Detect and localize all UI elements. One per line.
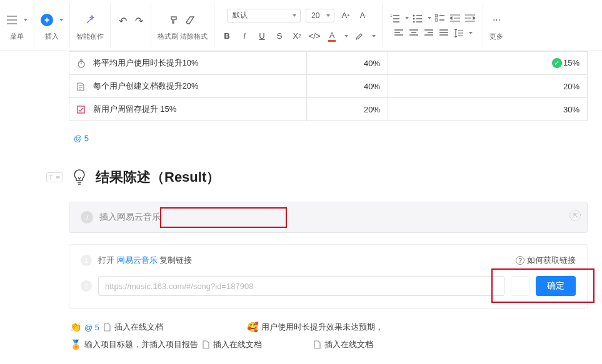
- toolbar-group-para: 1: [383, 2, 483, 47]
- lightbulb-icon: [72, 169, 87, 186]
- group-label: 智能创作: [76, 32, 104, 41]
- superscript-icon[interactable]: X2: [291, 31, 303, 42]
- toolbar-group-font: 默认 20 A+ A- B I U S X2 </> A: [214, 2, 383, 47]
- svg-rect-5: [435, 19, 438, 21]
- font-size-select[interactable]: 20: [306, 9, 334, 22]
- bullet-list-icon[interactable]: [411, 12, 424, 24]
- clap-icon: 👏: [70, 322, 82, 333]
- metric-val2[interactable]: 30%: [388, 98, 588, 121]
- help-link[interactable]: ? 如何获取链接: [516, 255, 576, 266]
- font-increase-icon[interactable]: A+: [339, 10, 352, 21]
- toolbar-group-format: 格式刷 清除格式: [151, 2, 214, 47]
- svg-point-3: [413, 21, 415, 23]
- open-text: 打开 网易云音乐 复制链接: [98, 255, 192, 266]
- insert-link-panel: 1 打开 网易云音乐 复制链接 ? 如何获取链接 2 https://music…: [69, 244, 588, 309]
- table-row: 将平均用户使用时长提升10% 40% ✓15%: [69, 52, 588, 75]
- toolbar-group-menu: 菜单: [0, 2, 34, 47]
- svg-text:1: 1: [390, 14, 393, 17]
- document-area: 将平均用户使用时长提升10% 40% ✓15% 每个用户创建文档数提升20% 4…: [0, 51, 602, 352]
- annotation-rect: [491, 268, 594, 303]
- doc-icon: [102, 322, 112, 332]
- annotation-rect: [160, 207, 287, 228]
- metric-val1[interactable]: 20%: [307, 98, 388, 121]
- align-justify-icon[interactable]: [438, 27, 450, 39]
- doc-icon: [77, 82, 87, 91]
- metric-name: 将平均用户使用时长提升10%: [93, 58, 199, 67]
- doc-icon: [201, 340, 211, 350]
- toolbar-group-ai: 智能创作: [70, 2, 111, 47]
- metric-val2: 15%: [563, 58, 579, 67]
- top-toolbar: 菜单 + 插入 智能创作 ↶ ↷ 格式刷 清除格式: [0, 0, 602, 51]
- checklist-icon[interactable]: [434, 12, 446, 24]
- align-center-icon[interactable]: [408, 27, 420, 39]
- suggestion-item[interactable]: 🥰 用户使用时长提升效果未达预期，: [246, 320, 384, 334]
- suggestion-bar: 👏 @ 5 插入在线文档 🥰 用户使用时长提升效果未达预期， 🏅 输入项目标题，…: [69, 320, 588, 352]
- svg-rect-7: [78, 106, 84, 113]
- svg-point-2: [413, 18, 415, 20]
- heart-eyes-icon: 🥰: [247, 322, 259, 333]
- metrics-table: 将平均用户使用时长提升10% 40% ✓15% 每个用户创建文档数提升20% 4…: [69, 51, 588, 121]
- table-row: 每个用户创建文档数提升20% 40% 20%: [69, 75, 588, 98]
- align-left-icon[interactable]: [393, 27, 405, 39]
- underline-icon[interactable]: U: [256, 31, 268, 42]
- line-height-icon[interactable]: [453, 27, 465, 39]
- redo-icon[interactable]: ↷: [133, 15, 144, 26]
- ai-wand-icon[interactable]: [84, 14, 96, 26]
- medal-icon: 🏅: [70, 339, 82, 350]
- expand-icon[interactable]: ⇱: [569, 210, 581, 221]
- check-icon: ✓: [552, 58, 562, 68]
- svg-point-1: [413, 15, 415, 17]
- format-brush-icon[interactable]: [169, 14, 180, 26]
- group-label: 菜单: [10, 32, 24, 41]
- metric-name: 每个用户创建文档数提升20%: [93, 81, 199, 91]
- menu-lines-icon[interactable]: [6, 14, 18, 26]
- suggestion-item[interactable]: 👏 @ 5 插入在线文档: [69, 320, 164, 334]
- toolbar-group-insert: + 插入: [34, 2, 70, 47]
- add-button[interactable]: +: [41, 14, 53, 26]
- align-right-icon[interactable]: [423, 27, 435, 39]
- netease-link[interactable]: 网易云音乐: [117, 255, 158, 265]
- mention: @ 5: [84, 323, 99, 332]
- step-2-badge: 2: [81, 280, 92, 292]
- indent-icon[interactable]: [464, 12, 476, 24]
- embed-placeholder[interactable]: 插入网易云音乐: [99, 212, 161, 223]
- netease-music-icon: ♪: [81, 211, 93, 224]
- stopwatch-icon: [77, 59, 87, 68]
- highlight-icon[interactable]: [353, 31, 366, 42]
- font-decrease-icon[interactable]: A-: [357, 10, 369, 21]
- group-label: 更多: [489, 32, 503, 41]
- doc-icon: [312, 340, 322, 350]
- mention-line[interactable]: @ 5: [69, 121, 588, 162]
- toolbar-group-more: ⋯ 更多: [483, 2, 509, 47]
- outdent-icon[interactable]: [449, 12, 461, 24]
- metric-name: 新用户周留存提升 15%: [93, 104, 177, 114]
- music-embed-card: ♪ 插入网易云音乐 ⇱: [69, 202, 588, 233]
- section-heading[interactable]: 结果陈述（Result）: [96, 168, 220, 187]
- undo-icon[interactable]: ↶: [117, 15, 128, 26]
- font-style-select[interactable]: 默认: [227, 9, 301, 22]
- help-icon: ?: [516, 256, 524, 265]
- url-input[interactable]: https://music.163.com/#/song?id=187908: [98, 276, 504, 296]
- group-label: 插入: [45, 32, 59, 41]
- metric-val1[interactable]: 40%: [307, 52, 388, 75]
- table-row: 新用户周留存提升 15% 20% 30%: [69, 98, 588, 121]
- more-icon[interactable]: ⋯: [490, 14, 503, 26]
- bold-icon[interactable]: B: [221, 31, 233, 42]
- toolbar-group-undo-redo: ↶ ↷: [111, 2, 151, 47]
- code-icon[interactable]: </>: [308, 31, 321, 42]
- step-1-badge: 1: [81, 255, 92, 266]
- group-label-brush: 格式刷 清除格式: [158, 32, 208, 41]
- strikethrough-icon[interactable]: S: [273, 31, 286, 42]
- clear-format-icon[interactable]: [185, 14, 196, 26]
- metric-val1[interactable]: 40%: [307, 75, 388, 98]
- block-handle[interactable]: T ≡: [46, 172, 63, 182]
- italic-icon[interactable]: I: [238, 31, 251, 42]
- ordered-list-icon[interactable]: 1: [389, 12, 401, 24]
- metric-val2[interactable]: 20%: [388, 75, 588, 98]
- font-color-icon[interactable]: A: [326, 31, 338, 42]
- group-label-empty: [129, 32, 131, 40]
- suggestion-item[interactable]: 🏅 输入项目标题，并插入项目报告 插入在线文档 插入在线文档: [69, 338, 588, 352]
- checkbox-icon: [77, 106, 87, 114]
